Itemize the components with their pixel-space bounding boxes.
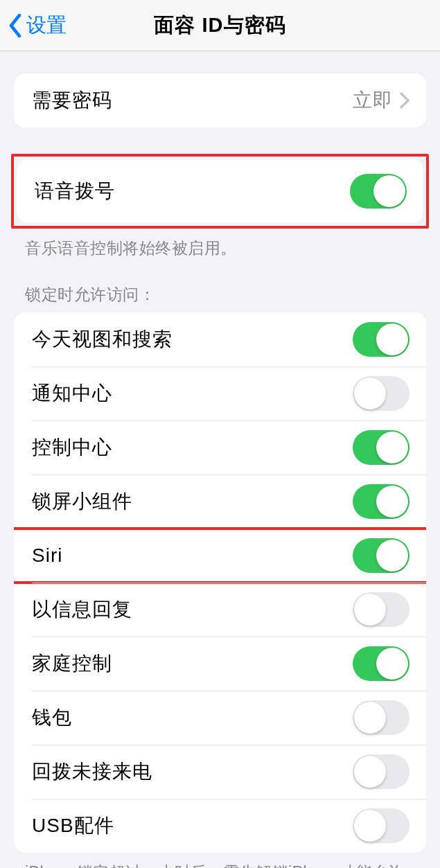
lock-access-toggle[interactable] bbox=[353, 484, 410, 519]
lock-access-group: 今天视图和搜索通知中心控制中心锁屏小组件Siri以信息回复家庭控制钱包回拨未接来… bbox=[14, 312, 426, 853]
voice-dial-highlight: 语音拨号 bbox=[11, 154, 429, 229]
chevron-left-icon bbox=[8, 14, 22, 37]
back-button[interactable]: 设置 bbox=[8, 12, 67, 39]
lock-access-row: 控制中心 bbox=[14, 420, 426, 475]
require-passcode-label: 需要密码 bbox=[32, 87, 112, 114]
voice-dial-row: 语音拨号 bbox=[17, 159, 423, 223]
toggle-knob bbox=[376, 648, 408, 680]
lock-access-row: 锁屏小组件 bbox=[14, 475, 426, 529]
toggle-knob bbox=[376, 540, 408, 572]
chevron-right-icon bbox=[400, 92, 410, 109]
lock-access-header: 锁定时允许访问： bbox=[0, 259, 440, 312]
back-label: 设置 bbox=[26, 12, 67, 39]
lock-access-toggle[interactable] bbox=[353, 538, 410, 573]
toggle-knob bbox=[354, 702, 386, 734]
lock-access-toggle[interactable] bbox=[353, 376, 410, 411]
page-title: 面容 ID与密码 bbox=[154, 12, 285, 39]
toggle-knob bbox=[376, 432, 408, 463]
toggle-knob bbox=[354, 756, 386, 788]
lock-access-toggle[interactable] bbox=[353, 700, 410, 735]
toggle-knob bbox=[376, 486, 408, 517]
lock-access-toggle[interactable] bbox=[353, 646, 410, 681]
lock-access-toggle[interactable] bbox=[353, 322, 410, 357]
require-passcode-row[interactable]: 需要密码 立即 bbox=[14, 73, 426, 127]
require-passcode-value: 立即 bbox=[353, 87, 393, 114]
lock-access-label: 回拨未接来电 bbox=[32, 759, 152, 785]
toggle-knob bbox=[354, 810, 386, 842]
lock-access-label: 家庭控制 bbox=[32, 650, 112, 677]
toggle-knob bbox=[376, 324, 408, 355]
row-right: 立即 bbox=[353, 87, 410, 114]
lock-access-toggle[interactable] bbox=[353, 754, 410, 789]
lock-access-label: 控制中心 bbox=[32, 434, 112, 461]
lock-access-row: 今天视图和搜索 bbox=[14, 312, 426, 366]
toggle-knob bbox=[373, 175, 405, 207]
voice-dial-group: 语音拨号 bbox=[17, 159, 423, 223]
lock-access-label: 钱包 bbox=[32, 705, 72, 731]
lock-access-row: USB配件 bbox=[14, 799, 426, 853]
voice-dial-toggle[interactable] bbox=[350, 174, 407, 209]
voice-dial-label: 语音拨号 bbox=[35, 178, 115, 204]
content: 需要密码 立即 语音拨号 音乐语音控制将始终被启用。 锁定时允许访问： 今天视图… bbox=[0, 73, 440, 868]
lock-access-row: 钱包 bbox=[14, 691, 426, 745]
lock-access-toggle[interactable] bbox=[353, 808, 410, 843]
voice-dial-footer: 音乐语音控制将始终被启用。 bbox=[0, 229, 440, 259]
lock-access-label: 锁屏小组件 bbox=[32, 488, 132, 515]
lock-access-row: 以信息回复 bbox=[14, 583, 426, 637]
lock-access-toggle[interactable] bbox=[353, 430, 410, 465]
nav-bar: 设置 面容 ID与密码 bbox=[0, 0, 440, 51]
require-passcode-group: 需要密码 立即 bbox=[14, 73, 426, 127]
lock-access-row: Siri bbox=[14, 529, 426, 583]
lock-access-label: 今天视图和搜索 bbox=[32, 326, 173, 353]
lock-access-footer: iPhone锁定超过一小时后，需先解锁iPhone才能允许USB 配件连接。 bbox=[0, 853, 440, 868]
lock-access-row: 家庭控制 bbox=[14, 637, 426, 691]
toggle-knob bbox=[354, 594, 386, 626]
toggle-knob bbox=[354, 378, 386, 409]
lock-access-toggle[interactable] bbox=[353, 592, 410, 627]
lock-access-row: 通知中心 bbox=[14, 366, 426, 420]
lock-access-label: 通知中心 bbox=[32, 380, 112, 407]
lock-access-label: USB配件 bbox=[32, 813, 114, 839]
lock-access-label: 以信息回复 bbox=[32, 596, 132, 623]
lock-access-row: 回拨未接来电 bbox=[14, 745, 426, 799]
lock-access-label: Siri bbox=[32, 544, 62, 567]
